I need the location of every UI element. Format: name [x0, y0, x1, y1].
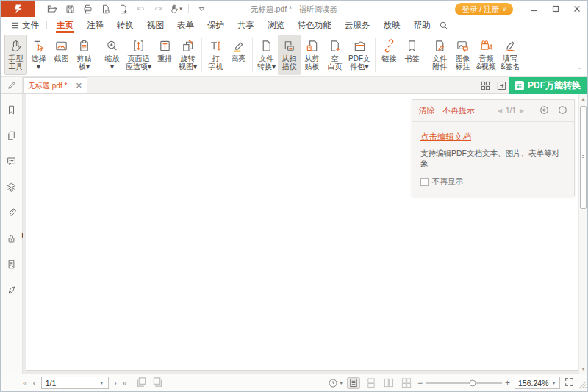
link-button[interactable]: 链接 — [378, 35, 401, 75]
login-label: 登录 / 注册 — [462, 3, 499, 15]
export-file-icon[interactable] — [97, 2, 113, 15]
menu-file[interactable]: 文件 — [7, 17, 43, 33]
menu-tab-present[interactable]: 放映 — [377, 17, 407, 33]
continuous-view-icon[interactable] — [365, 377, 378, 389]
scroll-down-icon[interactable]: ▼ — [579, 364, 587, 374]
menu-tab-home[interactable]: 主页 — [50, 17, 80, 33]
typewriter-button[interactable]: 打 字机 — [204, 35, 227, 75]
fullscreen-icon[interactable] — [564, 377, 574, 388]
no-prompt-link[interactable]: 不再提示 — [442, 105, 475, 116]
new-document-icon[interactable] — [115, 2, 131, 15]
zoom-slider-track[interactable] — [426, 382, 502, 384]
layers-panel-icon[interactable] — [5, 180, 18, 193]
dont-show-checkbox[interactable] — [420, 178, 429, 186]
prev-notification-icon[interactable]: ◀ — [498, 107, 502, 114]
menu-tab-protect[interactable]: 保护 — [201, 17, 231, 33]
divider — [201, 38, 202, 72]
zoom-slider[interactable]: − + — [417, 378, 510, 388]
document-tab-bar: 无标题.pdf * ✕ PDF万能转换 — [1, 77, 587, 94]
bookmark-tool-button[interactable]: 书签 — [401, 35, 423, 75]
signature-panel-icon[interactable] — [5, 283, 18, 296]
menu-tab-help[interactable]: 帮助 — [407, 17, 437, 33]
menu-tab-cloud[interactable]: 云服务 — [338, 17, 377, 33]
undo-icon[interactable] — [132, 2, 148, 15]
print-icon[interactable] — [79, 2, 96, 15]
snapshot-button[interactable]: 截图 — [50, 35, 73, 75]
security-panel-icon[interactable] — [5, 232, 18, 245]
tab-close-icon[interactable]: ✕ — [76, 82, 82, 90]
last-page-icon[interactable]: » — [122, 379, 127, 388]
image-annotation-button[interactable]: 图像 标注 — [451, 35, 474, 75]
pdf-portfolio-button[interactable]: PDF文 件包▾ — [346, 35, 373, 75]
hand-tool-button[interactable]: 手型 工具 — [4, 35, 27, 75]
tab-list-view-icon[interactable] — [493, 77, 509, 93]
pdf-convert-button[interactable]: PDF万能转换 — [509, 77, 587, 94]
facing-view-icon[interactable] — [382, 377, 395, 389]
rotate-view-button[interactable]: 旋转 视图▾ — [176, 35, 199, 75]
next-page-icon[interactable]: › — [114, 379, 117, 388]
audio-video-button[interactable]: 音频 &视频 — [474, 35, 498, 75]
tab-grid-view-icon[interactable] — [477, 77, 493, 93]
next-notification-icon[interactable]: ▶ — [520, 107, 524, 114]
login-button[interactable]: 登录 / 注册 ∨ — [455, 3, 513, 15]
menu-tab-view[interactable]: 视图 — [140, 17, 171, 33]
first-page-icon[interactable]: « — [23, 379, 28, 388]
comments-panel-icon[interactable] — [5, 154, 18, 168]
page-number-input[interactable]: 1/1 ▼ — [41, 377, 109, 389]
redo-icon[interactable] — [150, 2, 166, 15]
close-button[interactable] — [566, 1, 587, 17]
from-clipboard-button[interactable]: 从剪 贴板 — [301, 35, 323, 75]
hand-tool-quick-icon[interactable]: ▾ — [168, 2, 184, 15]
from-scanner-button[interactable]: 从扫 描仪 — [278, 35, 301, 75]
attachments-panel-icon[interactable] — [5, 206, 18, 219]
vertical-scrollbar[interactable]: ▲ ▼ — [578, 94, 587, 374]
save-icon[interactable] — [62, 2, 78, 15]
file-attachment-button[interactable]: 文件 附件 — [429, 35, 451, 75]
customize-toolbar-icon[interactable] — [193, 2, 209, 15]
previous-view-icon[interactable] — [136, 377, 147, 389]
scroll-up-icon[interactable]: ▲ — [579, 94, 587, 104]
zoom-out-icon[interactable]: − — [417, 378, 423, 388]
document-tab[interactable]: 无标题.pdf * ✕ — [23, 77, 87, 93]
resize-grip[interactable] — [578, 381, 587, 391]
scrollbar-thumb[interactable] — [580, 106, 587, 209]
open-file-icon[interactable] — [44, 2, 60, 15]
menu-tab-comment[interactable]: 注释 — [80, 17, 110, 33]
menu-tab-features[interactable]: 特色功能 — [291, 17, 338, 33]
zoom-in-icon[interactable]: + — [505, 378, 510, 388]
next-view-icon[interactable] — [152, 377, 163, 389]
blank-page-button[interactable]: 空 白页 — [323, 35, 346, 75]
highlight-button[interactable]: 高亮 — [227, 35, 250, 75]
bookmarks-panel-icon[interactable] — [5, 103, 18, 116]
collapse-toolbar-icon[interactable]: ⌃ — [576, 67, 581, 74]
fit-page-button[interactable]: 页面适 应选项▾ — [123, 35, 154, 75]
maximize-button[interactable] — [545, 1, 566, 17]
clipboard-button[interactable]: 剪贴 板▾ — [73, 35, 96, 75]
zoom-level-input[interactable]: 156.24% ▼ — [514, 377, 560, 389]
search-icon[interactable] — [439, 21, 448, 30]
notification-minimize-icon[interactable] — [558, 105, 567, 116]
standards-panel-icon[interactable] — [5, 257, 18, 271]
single-page-view-icon[interactable] — [347, 377, 360, 389]
menu-tab-form[interactable]: 表单 — [171, 17, 201, 33]
menu-tab-share[interactable]: 共享 — [231, 17, 261, 33]
pages-panel-icon[interactable] — [5, 129, 18, 142]
reflow-button[interactable]: 重排 — [154, 35, 176, 75]
edit-document-link[interactable]: 点击编辑文档 — [420, 132, 471, 143]
prev-page-icon[interactable]: ‹ — [33, 379, 36, 388]
page-dropdown-icon[interactable]: ▼ — [99, 380, 104, 385]
select-tool-button[interactable]: 选择 ▾ — [27, 35, 50, 75]
auto-scroll-icon[interactable]: ▾ — [328, 378, 343, 388]
zoom-button[interactable]: 缩放 ▾ — [101, 35, 123, 75]
zoom-dropdown-icon[interactable]: ▼ — [551, 380, 556, 385]
edit-pencil-icon[interactable] — [1, 77, 23, 93]
menu-tab-browse[interactable]: 浏览 — [261, 17, 291, 33]
zoom-slider-thumb[interactable] — [470, 379, 476, 386]
continuous-facing-view-icon[interactable] — [400, 377, 413, 389]
minimize-button[interactable] — [523, 1, 545, 17]
fill-sign-button[interactable]: 填写 &签名 — [498, 35, 523, 75]
notification-settings-icon[interactable] — [539, 105, 549, 116]
clear-link[interactable]: 清除 — [419, 105, 435, 116]
file-convert-button[interactable]: 文件 转换▾ — [255, 35, 278, 75]
menu-tab-convert[interactable]: 转换 — [110, 17, 140, 33]
